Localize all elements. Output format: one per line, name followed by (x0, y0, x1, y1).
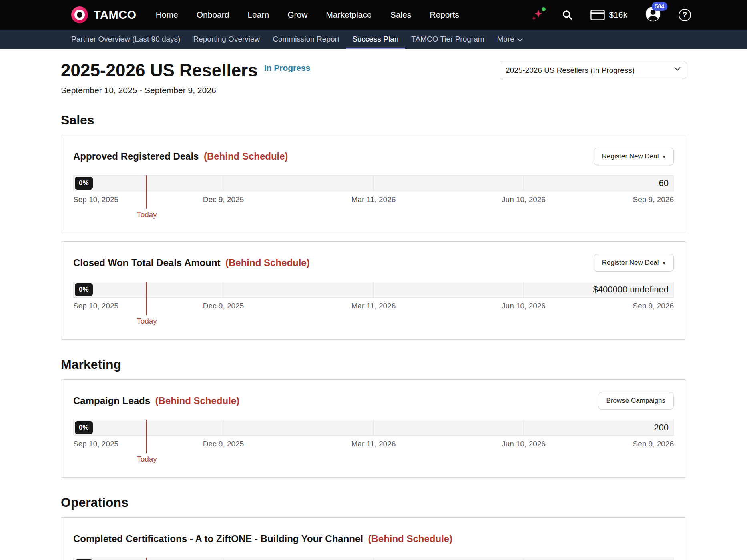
ai-sparkle-icon[interactable] (530, 8, 544, 22)
progress-bar: 0% 200 (73, 420, 674, 436)
plan-date-range: September 10, 2025 - September 9, 2026 (61, 86, 310, 95)
subnav-tier-program[interactable]: TAMCO Tier Program (405, 30, 490, 49)
timeline-date: Sep 10, 2025 (73, 195, 118, 204)
nav-item-grow[interactable]: Grow (287, 10, 307, 20)
wallet-button[interactable]: $16k (590, 10, 627, 20)
progress-badge: 0% (75, 283, 93, 296)
page-head: 2025-2026 US Resellers In Progress Septe… (61, 61, 686, 95)
subnav-commission-report[interactable]: Commission Report (266, 30, 346, 49)
timeline-gridline (374, 176, 374, 191)
metric-title: Completed Certifications - A to ZiftONE … (73, 533, 363, 544)
wallet-balance: $16k (609, 10, 627, 20)
plan-status-badge: In Progress (264, 63, 311, 73)
search-icon[interactable] (562, 9, 573, 20)
progress-bar: 0% $400000 undefined (73, 282, 674, 298)
timeline-date: Sep 10, 2025 (73, 440, 118, 448)
timeline-gridline (524, 558, 524, 560)
progress-badge: 0% (75, 421, 93, 434)
timeline-gridline (524, 420, 524, 435)
timeline-date: Mar 11, 2026 (351, 195, 396, 204)
subnav-success-plan[interactable]: Success Plan (346, 30, 405, 49)
timeline-gridline (374, 420, 374, 435)
timeline-date: Jun 10, 2026 (502, 195, 546, 204)
timeline-gridline (224, 282, 224, 297)
browse-campaigns-button[interactable]: Browse Campaigns (598, 392, 674, 410)
metric-target-value: 60 (659, 178, 669, 188)
plan-select[interactable]: 2025-2026 US Resellers (In Progress) (500, 61, 686, 79)
timeline-dates: Sep 10, 2025 Dec 9, 2025 Mar 11, 2026 Ju… (73, 195, 674, 206)
subnav-reporting-overview[interactable]: Reporting Overview (187, 30, 266, 49)
timeline-dates: Sep 10, 2025 Dec 9, 2025 Mar 11, 2026 Ju… (73, 440, 674, 450)
credit-card-icon (590, 10, 605, 20)
today-marker: Today (146, 175, 147, 209)
metric-target-value: $400000 undefined (593, 284, 669, 295)
timeline-gridline (224, 420, 224, 435)
subnav-partner-overview[interactable]: Partner Overview (Last 90 days) (65, 30, 187, 49)
main-nav: Home Onboard Learn Grow Marketplace Sale… (156, 10, 459, 20)
metric-title: Campaign Leads (73, 395, 150, 406)
timeline-date: Dec 9, 2025 (203, 195, 244, 204)
notification-badge: 504 (652, 2, 667, 11)
user-menu[interactable]: 504 (645, 6, 661, 24)
nav-item-reports[interactable]: Reports (430, 10, 459, 20)
top-nav: TAMCO Home Onboard Learn Grow Marketplac… (0, 0, 747, 30)
caret-down-icon: ▾ (663, 154, 665, 160)
timeline-date: Mar 11, 2026 (351, 440, 396, 448)
metric-target-value: 200 (654, 422, 669, 433)
nav-item-sales[interactable]: Sales (390, 10, 412, 20)
help-icon[interactable]: ? (679, 9, 691, 21)
timeline-date: Mar 11, 2026 (351, 302, 396, 310)
timeline-gridline (374, 558, 374, 560)
progress-badge: 0% (75, 177, 93, 190)
timeline-gridline (524, 176, 524, 191)
success-plan-page: 2025-2026 US Resellers In Progress Septe… (0, 49, 747, 560)
metric-card-closed-won: Closed Won Total Deals Amount (Behind Sc… (61, 241, 686, 340)
today-marker: Today (146, 282, 147, 315)
timeline-date: Sep 9, 2026 (633, 440, 674, 448)
reports-subnav: Partner Overview (Last 90 days) Reportin… (0, 30, 747, 49)
timeline-date: Sep 9, 2026 (633, 195, 674, 204)
timeline-gridline (374, 282, 374, 297)
register-new-deal-button[interactable]: Register New Deal ▾ (594, 254, 674, 272)
timeline-date: Dec 9, 2025 (203, 440, 244, 448)
section-heading-marketing: Marketing (61, 357, 686, 372)
timeline-gridline (524, 282, 524, 297)
metric-card-campaign-leads: Campaign Leads (Behind Schedule) Browse … (61, 379, 686, 478)
today-marker: Today (146, 420, 147, 453)
timeline-date: Sep 10, 2025 (73, 302, 118, 310)
nav-item-onboard[interactable]: Onboard (197, 10, 229, 20)
progress-timeline: 0% $400000 undefined Sep 10, 2025 Dec 9,… (73, 282, 674, 327)
metric-card-approved-deals: Approved Registered Deals (Behind Schedu… (61, 135, 686, 233)
progress-bar: 0% 4 (73, 558, 674, 560)
nav-item-home[interactable]: Home (156, 10, 178, 20)
plan-select-wrap: 2025-2026 US Resellers (In Progress) (500, 61, 686, 79)
progress-bar: 0% 60 (73, 175, 674, 191)
progress-timeline: 0% 200 Sep 10, 2025 Dec 9, 2025 Mar 11, … (73, 420, 674, 465)
nav-item-learn[interactable]: Learn (247, 10, 269, 20)
brand[interactable]: TAMCO (71, 6, 137, 23)
chevron-down-icon (517, 38, 523, 42)
timeline-dates: Sep 10, 2025 Dec 9, 2025 Mar 11, 2026 Ju… (73, 302, 674, 312)
timeline-date: Sep 9, 2026 (633, 302, 674, 310)
nav-item-marketplace[interactable]: Marketplace (326, 10, 371, 20)
today-marker: Today (146, 558, 147, 560)
timeline-gridline (224, 176, 224, 191)
nav-actions: $16k 504 ? (530, 6, 691, 24)
caret-down-icon: ▾ (663, 260, 665, 266)
metric-card-certifications: Completed Certifications - A to ZiftONE … (61, 517, 686, 560)
timeline-gridline (224, 558, 224, 560)
subnav-more[interactable]: More (491, 30, 529, 49)
timeline-date: Dec 9, 2025 (203, 302, 244, 310)
timeline-date: Jun 10, 2026 (502, 440, 546, 448)
metric-status: (Behind Schedule) (204, 151, 288, 162)
metric-status: (Behind Schedule) (225, 257, 310, 268)
progress-timeline: 0% 4 Sep 10, 2025 Dec 9, 2025 Mar 11, 20… (73, 558, 674, 560)
brand-name: TAMCO (94, 8, 137, 22)
register-new-deal-button[interactable]: Register New Deal ▾ (594, 148, 674, 165)
section-heading-sales: Sales (61, 113, 686, 128)
metric-status: (Behind Schedule) (155, 395, 240, 406)
section-heading-operations: Operations (61, 495, 686, 510)
timeline-date: Jun 10, 2026 (502, 302, 546, 310)
page-title: 2025-2026 US Resellers (61, 61, 258, 80)
tamco-logo-icon (71, 6, 88, 23)
